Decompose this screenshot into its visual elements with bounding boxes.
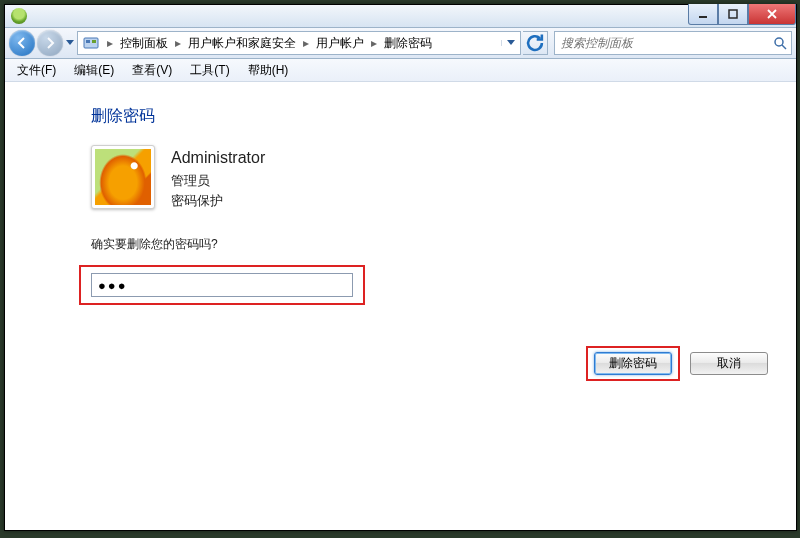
- page-title: 删除密码: [91, 106, 776, 127]
- minimize-icon: [698, 9, 708, 19]
- nav-history-dropdown[interactable]: [65, 30, 75, 56]
- refresh-icon: [523, 31, 547, 55]
- account-info: Administrator 管理员 密码保护: [171, 145, 265, 212]
- breadcrumb-label: 删除密码: [384, 35, 432, 52]
- close-icon: [767, 9, 777, 19]
- account-status: 密码保护: [171, 191, 265, 212]
- button-bar: 删除密码 取消: [588, 348, 768, 379]
- address-bar[interactable]: ▸ 控制面板 ▸ 用户帐户和家庭安全 ▸ 用户帐户 ▸ 删除密码: [77, 31, 521, 55]
- breadcrumb-item[interactable]: 用户帐户和家庭安全: [184, 32, 300, 54]
- svg-rect-0: [699, 16, 707, 18]
- remove-password-button[interactable]: 删除密码: [594, 352, 672, 375]
- menu-label: 帮助(H): [248, 63, 289, 77]
- breadcrumb-label: 控制面板: [120, 35, 168, 52]
- breadcrumb-separator-icon[interactable]: ▸: [300, 36, 312, 50]
- minimize-button[interactable]: [688, 4, 718, 25]
- menu-view[interactable]: 查看(V): [124, 60, 180, 81]
- button-label: 取消: [717, 355, 741, 372]
- password-highlight: [81, 267, 363, 303]
- confirm-prompt: 确实要删除您的密码吗?: [91, 236, 776, 253]
- search-icon[interactable]: [769, 36, 791, 50]
- control-panel-icon: [81, 33, 101, 53]
- window-caption-buttons: [688, 4, 796, 26]
- forward-button[interactable]: [37, 30, 63, 56]
- breadcrumb-separator-icon[interactable]: ▸: [104, 36, 116, 50]
- menu-label: 编辑(E): [74, 63, 114, 77]
- account-name: Administrator: [171, 145, 265, 171]
- menu-tools[interactable]: 工具(T): [182, 60, 237, 81]
- remove-button-highlight: 删除密码: [588, 348, 678, 379]
- current-password-input[interactable]: [91, 273, 353, 297]
- window-caption: [5, 5, 796, 28]
- chevron-down-icon: [66, 40, 74, 46]
- svg-rect-1: [729, 10, 737, 18]
- avatar-flower-icon: [95, 149, 151, 205]
- window-favicon-icon: [11, 8, 27, 24]
- navigation-row: ▸ 控制面板 ▸ 用户帐户和家庭安全 ▸ 用户帐户 ▸ 删除密码: [5, 28, 796, 59]
- breadcrumb-label: 用户帐户和家庭安全: [188, 35, 296, 52]
- svg-rect-4: [92, 40, 96, 43]
- menu-label: 查看(V): [132, 63, 172, 77]
- svg-point-5: [775, 38, 783, 46]
- arrow-left-icon: [15, 36, 29, 50]
- breadcrumb-item[interactable]: 用户帐户: [312, 32, 368, 54]
- menu-help[interactable]: 帮助(H): [240, 60, 297, 81]
- cancel-button[interactable]: 取消: [690, 352, 768, 375]
- breadcrumb-separator-icon[interactable]: ▸: [368, 36, 380, 50]
- search-input[interactable]: [555, 36, 769, 50]
- search-box[interactable]: [554, 31, 792, 55]
- address-dropdown[interactable]: [501, 40, 520, 46]
- arrow-right-icon: [43, 36, 57, 50]
- menu-label: 工具(T): [190, 63, 229, 77]
- breadcrumb-item[interactable]: 删除密码: [380, 32, 436, 54]
- refresh-button[interactable]: [523, 31, 548, 55]
- breadcrumb-separator-icon[interactable]: ▸: [172, 36, 184, 50]
- chevron-down-icon: [507, 40, 515, 46]
- menu-edit[interactable]: 编辑(E): [66, 60, 122, 81]
- maximize-icon: [728, 9, 738, 19]
- content-area: 删除密码 Administrator 管理员 密码保护 确实要删除您的密码吗? …: [5, 82, 796, 538]
- back-button[interactable]: [9, 30, 35, 56]
- breadcrumb-item[interactable]: 控制面板: [116, 32, 172, 54]
- close-button[interactable]: [748, 4, 796, 25]
- breadcrumb-label: 用户帐户: [316, 35, 364, 52]
- maximize-button[interactable]: [718, 4, 748, 25]
- menu-file[interactable]: 文件(F): [9, 60, 64, 81]
- account-role: 管理员: [171, 171, 265, 192]
- button-label: 删除密码: [609, 355, 657, 372]
- control-panel-window: ▸ 控制面板 ▸ 用户帐户和家庭安全 ▸ 用户帐户 ▸ 删除密码 文件(F) 编…: [4, 4, 797, 531]
- menu-bar: 文件(F) 编辑(E) 查看(V) 工具(T) 帮助(H): [5, 59, 796, 82]
- account-avatar: [91, 145, 155, 209]
- svg-rect-3: [86, 40, 90, 43]
- account-block: Administrator 管理员 密码保护: [91, 145, 776, 212]
- menu-label: 文件(F): [17, 63, 56, 77]
